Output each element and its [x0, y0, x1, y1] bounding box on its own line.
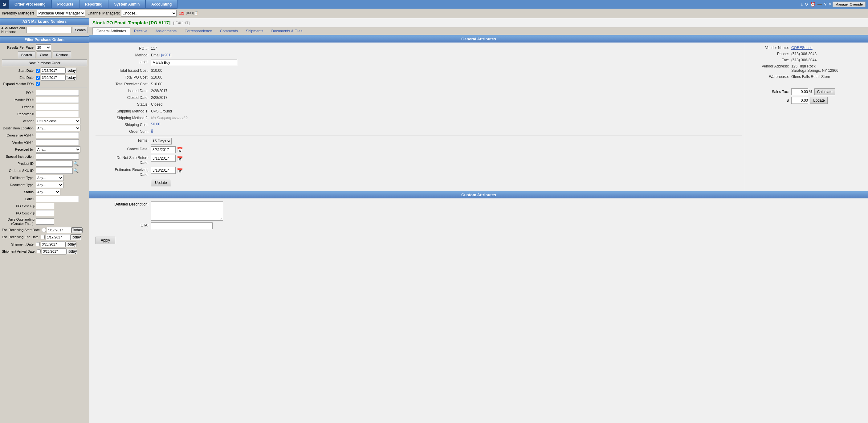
est-receiving-input[interactable] — [151, 167, 176, 174]
special-instr-label: Special Instruction: — [2, 155, 36, 158]
start-date-input[interactable]: 1/17/2017 — [41, 67, 65, 74]
po-cost-gt-input[interactable] — [36, 203, 54, 209]
order-num-input[interactable] — [36, 104, 79, 110]
dest-location-row: Destination Location: Any... — [2, 125, 87, 131]
receiver-num-input[interactable] — [36, 111, 79, 117]
shipping-cost-link[interactable]: $0.00 — [151, 122, 160, 126]
shipment-arrival-today-button[interactable]: Today — [66, 249, 78, 254]
product-id-search-icon[interactable]: 🔍 — [73, 161, 79, 166]
inventory-managers-select[interactable]: Purchase Order Manager — [37, 10, 85, 17]
eta-input[interactable] — [151, 222, 213, 229]
asn-input[interactable] — [27, 27, 71, 33]
received-by-select[interactable]: Any... — [36, 147, 81, 153]
dest-location-select[interactable]: Any... — [36, 125, 81, 131]
tab-comments[interactable]: Comments — [216, 27, 242, 35]
master-po-input[interactable] — [36, 97, 79, 103]
shipment-arrival-input[interactable] — [41, 248, 66, 255]
vendor-name-value[interactable]: CORESense — [791, 45, 812, 50]
end-date-today-button[interactable]: Today — [65, 75, 76, 80]
sales-tax-update-button[interactable]: Update — [810, 97, 828, 104]
asn-search-button[interactable]: Search — [73, 27, 88, 33]
tab-receive[interactable]: Receive — [130, 27, 151, 35]
vendor-select[interactable]: CORESense — [36, 118, 81, 124]
nav-order-processing[interactable]: Order Processing — [9, 0, 52, 9]
est-rec-start-today-button[interactable]: Today — [71, 227, 83, 233]
update-button[interactable]: Update — [151, 179, 171, 186]
cancel-date-calendar-icon[interactable]: 📅 — [177, 147, 183, 153]
refresh-icon[interactable]: ↻ — [804, 1, 809, 7]
vendor-asn-input[interactable] — [36, 139, 79, 145]
cancel-date-input[interactable] — [151, 147, 176, 153]
start-date-checkbox[interactable] — [36, 69, 40, 73]
shipment-date-today-button[interactable]: Today — [65, 241, 76, 247]
status-filter-select[interactable]: Any... — [36, 189, 60, 195]
product-id-row: Product ID: 🔍 — [2, 161, 87, 167]
fulfillment-type-select[interactable]: Any... — [36, 175, 63, 181]
est-rec-start-input[interactable] — [47, 227, 71, 233]
restore-button[interactable]: Restore — [53, 52, 71, 58]
end-date-checkbox[interactable] — [36, 76, 40, 80]
special-instr-input[interactable] — [36, 154, 79, 160]
shipping-method2-value: No Shipping Method 2 — [151, 115, 188, 120]
master-po-label: Master PO #: — [2, 98, 36, 102]
shipment-date-checkbox[interactable] — [36, 242, 40, 246]
ordered-sku-input[interactable] — [36, 168, 73, 174]
tab-general-attributes[interactable]: General Attributes — [92, 27, 130, 35]
expand-master-checkbox[interactable] — [36, 82, 40, 86]
total-po-cost-row: Total PO Cost: $10.00 — [95, 74, 742, 79]
est-rec-start-checkbox[interactable] — [42, 228, 46, 232]
apply-button[interactable]: Apply — [95, 237, 115, 244]
est-receiving-calendar-icon[interactable]: 📅 — [177, 168, 183, 173]
label-field-input[interactable] — [151, 59, 237, 66]
do-not-ship-calendar-icon[interactable]: 📅 — [177, 156, 183, 161]
tab-assignments[interactable]: Assignments — [151, 27, 181, 35]
logo: G — [0, 0, 9, 9]
top-nav: G Order Processing Products Reporting Sy… — [0, 0, 868, 9]
start-date-today-button[interactable]: Today — [65, 68, 76, 73]
new-po-button[interactable]: New Purchase Order — [2, 60, 87, 66]
manager-override-button[interactable]: Manager Override — [833, 2, 866, 7]
general-section: General Attributes PO #: 117 Method: Ema… — [89, 35, 868, 191]
info-icon[interactable]: ℹ — [801, 1, 803, 7]
detailed-desc-textarea[interactable] — [151, 201, 223, 221]
sales-tax-dollar-input[interactable] — [791, 97, 808, 104]
clear-button[interactable]: Clear — [37, 52, 52, 58]
special-instr-row: Special Instruction: — [2, 154, 87, 160]
est-rec-end-checkbox[interactable] — [41, 235, 45, 239]
end-date-input[interactable]: 3/10/2017 — [41, 74, 65, 81]
nav-reporting[interactable]: Reporting — [79, 0, 108, 9]
coresense-asn-input[interactable] — [36, 132, 79, 138]
help-icon[interactable]: ? — [824, 1, 827, 7]
calculate-button[interactable]: Calculate — [814, 89, 835, 95]
method-link[interactable]: [#201] — [161, 53, 171, 57]
tab-correspondence[interactable]: Correspondence — [181, 27, 216, 35]
po-num-input[interactable] — [36, 90, 79, 96]
nav-accounting[interactable]: Accounting — [146, 0, 178, 9]
clock-icon[interactable]: ⏰ — [809, 1, 816, 7]
document-type-select[interactable]: Any... — [36, 182, 63, 188]
order-num-link[interactable]: 0 — [151, 129, 153, 133]
results-per-page-select[interactable]: 20 50 100 — [36, 44, 51, 51]
est-rec-end-today-button[interactable]: Today — [70, 234, 81, 240]
status-filter-row: Status: Any... — [2, 189, 87, 195]
minus-icon[interactable]: ➖ — [816, 1, 823, 7]
label-filter-input[interactable] — [36, 196, 79, 202]
sales-tax-percent-input[interactable] — [791, 89, 808, 95]
nav-products[interactable]: Products — [52, 0, 79, 9]
shipment-date-input[interactable] — [41, 241, 65, 248]
nav-system-admin[interactable]: System Admin — [108, 0, 146, 9]
days-outstanding-input[interactable] — [36, 219, 54, 225]
est-rec-end-input[interactable] — [45, 234, 70, 240]
vendor-address-label: Vendor Address: — [748, 64, 791, 73]
shipment-arrival-checkbox[interactable] — [37, 249, 41, 253]
product-id-input[interactable] — [36, 161, 73, 167]
po-cost-lt-input[interactable] — [36, 210, 54, 216]
tab-documents-files[interactable]: Documents & Files — [268, 27, 307, 35]
close-icon[interactable]: ✕ — [828, 1, 833, 7]
terms-select[interactable]: 15 Days 30 Days Net 30 — [151, 138, 172, 144]
search-button[interactable]: Search — [18, 52, 35, 58]
ordered-sku-search-icon[interactable]: 🔍 — [73, 168, 79, 173]
do-not-ship-input[interactable] — [151, 155, 176, 162]
channel-managers-select[interactable]: Choose... — [121, 10, 177, 17]
tab-shipments[interactable]: Shipments — [242, 27, 268, 35]
